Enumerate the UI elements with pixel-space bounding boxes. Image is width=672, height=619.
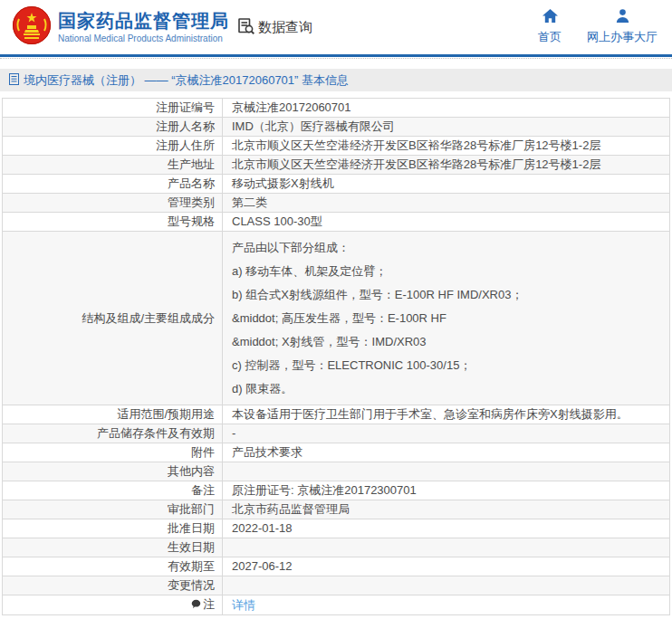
note-label: 注 [203, 597, 215, 611]
table-row: 生产地址 北京市顺义区天竺空港经济开发区B区裕华路28号标准厂房12号楼1-2层 [3, 156, 670, 175]
nav-home-label: 首页 [538, 29, 562, 45]
row-label: 审批部门 [3, 500, 223, 519]
org-name-en: National Medical Products Administration [58, 33, 229, 43]
top-nav: 首页 网上办事大厅 [538, 9, 672, 45]
row-value: 京械注准20172060701 [223, 99, 670, 118]
composition-line: b) 组合式X射线源组件，型号：E-100R HF IMD/XR03； [232, 287, 664, 302]
row-value: 2027-06-12 [223, 557, 670, 576]
row-label: 其他内容 [3, 462, 223, 481]
table-row: 备注 原注册证号: 京械注准20172300701 [3, 481, 670, 500]
document-search-icon [237, 17, 255, 38]
table-row: 注册人名称 IMD（北京）医疗器械有限公司 [3, 118, 670, 137]
row-value: 第二类 [223, 194, 670, 213]
row-label: 管理类别 [3, 194, 223, 213]
table-row: 变更情况 [3, 576, 670, 595]
document-icon [9, 73, 19, 88]
brand-titles: 国家药品监督管理局 National Medical Products Admi… [58, 11, 229, 43]
composition-line: &middot; X射线管，型号：IMD/XR03 [232, 334, 664, 349]
home-icon [542, 9, 558, 25]
row-label: 产品储存条件及有效期 [3, 424, 223, 443]
data-query-tab[interactable]: 数据查询 [237, 17, 312, 38]
row-value: 原注册证号: 京械注准20172300701 [223, 481, 670, 500]
table-row: 注册人住所 北京市顺义区天竺空港经济开发区B区裕华路28号标准厂房12号楼1-2… [3, 137, 670, 156]
table-row: 管理类别 第二类 [3, 194, 670, 213]
person-icon [616, 9, 629, 25]
registration-info-table: 注册证编号 京械注准20172060701 注册人名称 IMD（北京）医疗器械有… [2, 98, 670, 615]
row-label: 适用范围/预期用途 [3, 405, 223, 424]
breadcrumb: 境内医疗器械（注册） —— “京械注准20172060701” 基本信息 [0, 69, 672, 91]
row-label: 产品名称 [3, 175, 223, 194]
table-row: 批准日期 2022-01-18 [3, 519, 670, 538]
composition-line: &middot; 高压发生器，型号：E-100R HF [232, 310, 664, 326]
table-row: 产品名称 移动式摄影X射线机 [3, 175, 670, 194]
note-label-cell: 注 [3, 595, 223, 615]
row-label: 生效日期 [3, 538, 223, 557]
row-value [223, 576, 670, 595]
row-value: CLASS 100-30型 [223, 213, 670, 232]
row-value: 北京市顺义区天竺空港经济开发区B区裕华路28号标准厂房12号楼1-2层 [223, 137, 670, 156]
site-header: 国家药品监督管理局 National Medical Products Admi… [0, 0, 672, 54]
row-value: IMD（北京）医疗器械有限公司 [223, 118, 670, 137]
row-value: 2022-01-18 [223, 519, 670, 538]
row-label: 有效期至 [3, 557, 223, 576]
nmpa-logo[interactable]: 国家药品监督管理局 National Medical Products Admi… [12, 5, 229, 49]
composition-line: a) 移动车体、机架及定位臂； [232, 263, 664, 279]
composition-line: 产品由以下部分组成： [232, 240, 664, 255]
row-value: 产品技术要求 [223, 443, 670, 462]
breadcrumb-text: 境内医疗器械（注册） —— “京械注准20172060701” 基本信息 [24, 72, 349, 89]
table-row: 适用范围/预期用途 本设备适用于医疗卫生部门用于手术室、急诊室和病房作床旁X射线… [3, 405, 670, 424]
row-value [223, 538, 670, 557]
comment-bubble-icon [191, 596, 201, 614]
table-row: 有效期至 2027-06-12 [3, 557, 670, 576]
data-query-label: 数据查询 [258, 19, 312, 36]
table-row: 其他内容 [3, 462, 670, 481]
header-divider-dotted [0, 57, 672, 59]
nav-hall-label: 网上办事大厅 [587, 29, 658, 45]
row-label: 注册人名称 [3, 118, 223, 137]
note-row: 注 详情 [3, 595, 670, 615]
row-label: 生产地址 [3, 156, 223, 175]
table-row: 型号规格 CLASS 100-30型 [3, 213, 670, 232]
row-label: 注册人住所 [3, 137, 223, 156]
row-value: 北京市顺义区天竺空港经济开发区B区裕华路28号标准厂房12号楼1-2层 [223, 156, 670, 175]
row-label: 结构及组成/主要组成成分 [3, 232, 223, 405]
composition-row: 结构及组成/主要组成成分 产品由以下部分组成： a) 移动车体、机架及定位臂； … [3, 232, 670, 405]
row-value: 本设备适用于医疗卫生部门用于手术室、急诊室和病房作床旁X射线摄影用。 [223, 405, 670, 424]
row-value: 北京市药品监督管理局 [223, 500, 670, 519]
table-row: 附件 产品技术要求 [3, 443, 670, 462]
composition-value: 产品由以下部分组成： a) 移动车体、机架及定位臂； b) 组合式X射线源组件，… [223, 232, 670, 405]
table-row: 审批部门 北京市药品监督管理局 [3, 500, 670, 519]
row-label: 变更情况 [3, 576, 223, 595]
row-label: 批准日期 [3, 519, 223, 538]
row-value: - [223, 424, 670, 443]
details-link[interactable]: 详情 [232, 598, 255, 612]
composition-line: d) 限束器。 [232, 381, 664, 396]
national-emblem-icon [12, 5, 52, 49]
table-row: 产品储存条件及有效期 - [3, 424, 670, 443]
note-value-cell: 详情 [223, 595, 670, 615]
table-row: 注册证编号 京械注准20172060701 [3, 99, 670, 118]
row-value [223, 462, 670, 481]
org-name-cn: 国家药品监督管理局 [58, 11, 229, 32]
row-label: 注册证编号 [3, 99, 223, 118]
nav-online-service-hall[interactable]: 网上办事大厅 [587, 9, 658, 45]
table-row: 生效日期 [3, 538, 670, 557]
nav-home[interactable]: 首页 [538, 9, 562, 45]
row-label: 附件 [3, 443, 223, 462]
row-value: 移动式摄影X射线机 [223, 175, 670, 194]
composition-line: c) 控制器，型号：ELECTRONIC 100-30/15； [232, 357, 664, 373]
row-label: 备注 [3, 481, 223, 500]
row-label: 型号规格 [3, 213, 223, 232]
